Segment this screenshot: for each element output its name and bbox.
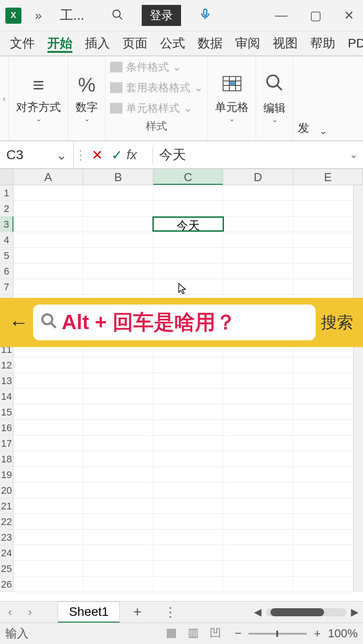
cell[interactable] — [13, 483, 83, 498]
cell[interactable] — [293, 514, 363, 529]
tab-help[interactable]: 帮助 — [304, 31, 342, 55]
fx-button[interactable]: fx — [127, 147, 149, 162]
cell[interactable] — [83, 498, 153, 513]
cell[interactable] — [153, 498, 223, 513]
cell[interactable] — [83, 263, 153, 279]
row-header[interactable]: 6 — [0, 263, 13, 279]
cell[interactable] — [223, 530, 293, 545]
cell[interactable] — [223, 498, 293, 513]
row-header[interactable]: 7 — [0, 279, 13, 294]
cell[interactable] — [83, 185, 153, 200]
zoom-out-button[interactable]: − — [235, 627, 241, 640]
cell[interactable] — [153, 185, 223, 200]
cell[interactable] — [153, 451, 223, 466]
row-header[interactable]: 22 — [0, 514, 13, 529]
cell[interactable] — [293, 451, 363, 466]
cell[interactable] — [293, 404, 363, 419]
search-button[interactable]: 搜索 — [316, 312, 359, 334]
tab-insert[interactable]: 插入 — [79, 31, 116, 55]
ribbon-group-dev[interactable]: 发 — [293, 116, 314, 140]
tab-pdf[interactable]: PDF工 — [342, 31, 363, 55]
cell[interactable] — [83, 530, 153, 545]
row-header[interactable]: 23 — [0, 530, 13, 545]
cell[interactable] — [153, 545, 223, 560]
row-header[interactable]: 15 — [0, 404, 13, 419]
row-header[interactable]: 13 — [0, 373, 13, 388]
tab-page-layout[interactable]: 页面 — [116, 31, 154, 55]
enter-button[interactable]: ✓ — [107, 147, 127, 163]
cell[interactable] — [83, 216, 152, 232]
cell[interactable] — [153, 357, 223, 373]
row-header[interactable]: 17 — [0, 436, 13, 451]
cell[interactable] — [13, 373, 83, 388]
cell[interactable] — [153, 263, 223, 279]
cell[interactable] — [223, 404, 293, 419]
cell[interactable] — [13, 263, 83, 279]
tab-file[interactable]: 文件 — [4, 31, 41, 55]
cell[interactable] — [13, 185, 83, 200]
zoom-in-button[interactable]: + — [314, 627, 321, 640]
col-header-a[interactable]: A — [13, 169, 83, 185]
back-button[interactable]: ← — [4, 311, 33, 334]
cell[interactable] — [223, 263, 293, 279]
cell[interactable] — [83, 467, 153, 482]
row-header[interactable]: 19 — [0, 467, 13, 482]
cell[interactable] — [223, 545, 293, 560]
cell[interactable] — [293, 279, 363, 294]
cell[interactable] — [223, 389, 293, 404]
cell[interactable] — [83, 279, 153, 294]
ribbon-group-number[interactable]: % 数字 ⌄ — [68, 56, 106, 140]
cell[interactable] — [83, 436, 153, 451]
cell[interactable] — [83, 373, 153, 388]
cell[interactable] — [153, 232, 223, 247]
cell[interactable] — [153, 373, 223, 388]
cell[interactable] — [223, 576, 293, 592]
cell[interactable] — [83, 483, 153, 498]
cell[interactable] — [13, 436, 83, 451]
cell[interactable] — [223, 561, 293, 576]
cell[interactable] — [223, 232, 293, 247]
ribbon-group-cells[interactable]: 单元格 ⌄ — [208, 56, 256, 140]
cell[interactable] — [223, 483, 293, 498]
cell[interactable] — [223, 373, 293, 388]
normal-view-button[interactable]: ▦ — [166, 626, 177, 641]
cell[interactable] — [293, 420, 363, 435]
cell[interactable] — [153, 279, 223, 294]
cell-styles-button[interactable]: 单元格样式⌄ — [110, 101, 203, 115]
select-all-button[interactable] — [0, 169, 13, 185]
cell[interactable] — [153, 467, 223, 482]
cell[interactable] — [293, 185, 363, 200]
row-header[interactable]: 24 — [0, 545, 13, 560]
cell[interactable] — [223, 201, 293, 216]
cell[interactable] — [83, 561, 153, 576]
row-header[interactable]: 14 — [0, 389, 13, 404]
cell[interactable] — [153, 248, 223, 263]
row-header[interactable]: 20 — [0, 483, 13, 498]
cell[interactable] — [83, 576, 153, 592]
tab-review[interactable]: 审阅 — [229, 31, 266, 55]
cell[interactable] — [13, 451, 83, 466]
name-box[interactable]: C3 ⌄ — [0, 141, 74, 168]
cell[interactable] — [293, 530, 363, 545]
ribbon-collapse-button[interactable]: ⌄ — [314, 122, 333, 140]
tab-home[interactable]: 开始 — [41, 31, 79, 55]
cell[interactable] — [13, 545, 83, 560]
cell[interactable] — [293, 561, 363, 576]
expand-formula-bar-button[interactable]: ⌄ — [350, 149, 363, 161]
cell[interactable] — [153, 530, 223, 545]
cell[interactable] — [293, 436, 363, 451]
col-header-d[interactable]: D — [223, 169, 293, 185]
hscroll-right[interactable]: ▶ — [351, 606, 359, 618]
cell[interactable] — [293, 483, 363, 498]
zoom-level[interactable]: 100% — [328, 627, 358, 640]
cell[interactable] — [13, 404, 83, 419]
ribbon-group-alignment[interactable]: ≡ 对齐方式 ⌄ — [9, 56, 68, 140]
cell[interactable] — [13, 201, 83, 216]
cell[interactable] — [153, 514, 223, 529]
vertical-scrollbar[interactable] — [353, 185, 363, 592]
cell[interactable] — [13, 216, 83, 232]
cell[interactable] — [153, 201, 223, 216]
row-header[interactable]: 3 — [0, 216, 13, 232]
cell[interactable] — [293, 373, 363, 388]
cell[interactable] — [13, 530, 83, 545]
